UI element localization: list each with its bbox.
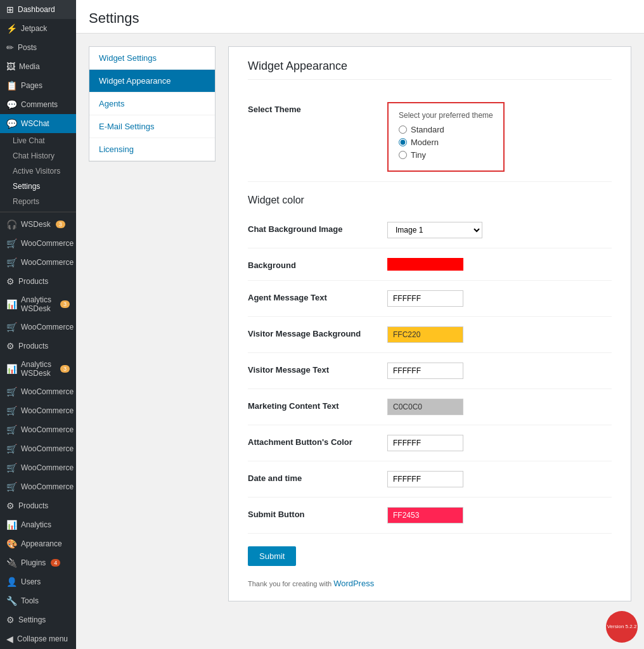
sidebar-item-pages[interactable]: 📋 Pages [0, 76, 76, 95]
sidebar-item-collapse[interactable]: ◀ Collapse menu [0, 629, 76, 648]
submit-button-color-row: Submit Button [248, 498, 612, 534]
date-and-time-input[interactable] [387, 471, 463, 487]
background-row: Background [248, 248, 612, 281]
submit-button[interactable]: Submit [248, 546, 296, 566]
theme-standard-label: Standard [411, 125, 444, 134]
theme-option-modern[interactable]: Modern [399, 138, 493, 147]
sidebar-item-woocommerce-9[interactable]: 🛒 WooCommerce [0, 477, 76, 496]
sidebar-item-woocommerce-8[interactable]: 🛒 WooCommerce [0, 458, 76, 477]
sidebar-item-woocommerce-4[interactable]: 🛒 WooCommerce [0, 382, 76, 401]
reports-label: Reports [13, 197, 39, 206]
sidebar-item-jetpack[interactable]: ⚡ Jetpack [0, 19, 76, 38]
sidebar-item-posts[interactable]: ✏ Posts [0, 38, 76, 57]
submit-button-color-control [387, 507, 612, 524]
sidebar-item-users[interactable]: 👤 Users [0, 572, 76, 591]
sidebar-item-woocommerce-7[interactable]: 🛒 WooCommerce [0, 439, 76, 458]
woocommerce-icon-9: 🛒 [6, 482, 17, 492]
visitor-message-bg-label: Visitor Message Background [248, 326, 375, 338]
sidebar-item-analytics-wsdesk-1[interactable]: 📊 Analytics WSDesk 3 [0, 291, 76, 318]
date-and-time-label: Date and time [248, 471, 375, 483]
sidebar-sub-live-chat[interactable]: Live Chat [0, 133, 76, 148]
sidebar-item-analytics-2[interactable]: 📊 Analytics [0, 515, 76, 534]
widget-appearance-title: Widget Appearance [248, 60, 612, 80]
background-label: Background [248, 258, 375, 270]
woocommerce-icon-8: 🛒 [6, 463, 17, 473]
settings-nav-licensing[interactable]: Licensing [89, 138, 215, 161]
sidebar-item-products-1[interactable]: ⚙ Products [0, 272, 76, 291]
theme-radio-modern[interactable] [399, 138, 407, 146]
settings-layout: Widget Settings Widget Appearance Agents… [76, 34, 644, 614]
sidebar-item-products-3[interactable]: ⚙ Products [0, 496, 76, 515]
visitor-message-text-control [387, 363, 612, 379]
sidebar-item-woocommerce-6[interactable]: 🛒 WooCommerce [0, 420, 76, 439]
sidebar-sub-settings[interactable]: Settings [0, 179, 76, 194]
sidebar-label-woocommerce-5: WooCommerce [21, 406, 74, 415]
sidebar-label-analytics-2: Analytics [21, 520, 51, 529]
analytics-wsdesk-badge-2: 3 [60, 365, 70, 373]
plugins-icon: 🔌 [6, 558, 17, 568]
theme-radio-tiny[interactable] [399, 151, 407, 159]
settings-nav-agents[interactable]: Agents [89, 93, 215, 115]
footer-area: Thank you for creating with WordPress [248, 579, 612, 588]
theme-option-tiny[interactable]: Tiny [399, 150, 493, 160]
attachment-button-color-input[interactable] [387, 435, 463, 451]
sidebar-label-media: Media [19, 62, 40, 71]
theme-subtitle: Select your preferred theme [399, 111, 493, 120]
attachment-button-color-row: Attachment Button's Color [248, 425, 612, 461]
settings-header: Settings [76, 0, 644, 34]
woocommerce-icon-2: 🛒 [6, 257, 17, 267]
sidebar-item-comments[interactable]: 💬 Comments [0, 95, 76, 114]
sidebar-item-woocommerce-5[interactable]: 🛒 WooCommerce [0, 401, 76, 420]
settings-nav-widget-appearance[interactable]: Widget Appearance [89, 70, 215, 93]
sidebar-item-appearance[interactable]: 🎨 Appearance [0, 534, 76, 553]
sidebar-item-plugins[interactable]: 🔌 Plugins 4 [0, 553, 76, 572]
sidebar-label-woocommerce-7: WooCommerce [21, 444, 74, 453]
background-color-swatch[interactable] [387, 258, 463, 271]
sidebar-item-woocommerce-2[interactable]: 🛒 WooCommerce [0, 253, 76, 272]
sidebar-label-collapse: Collapse menu [17, 634, 68, 643]
woocommerce-icon-4: 🛒 [6, 387, 17, 397]
visitor-message-bg-input[interactable] [387, 326, 463, 343]
settings-nav-email-settings[interactable]: E-Mail Settings [89, 115, 215, 138]
agent-message-text-input[interactable] [387, 290, 463, 307]
sidebar-label-users: Users [21, 577, 41, 586]
sidebar-item-woocommerce-1[interactable]: 🛒 WooCommerce [0, 234, 76, 253]
sidebar-item-dashboard[interactable]: ⊞ Dashboard [0, 0, 76, 19]
sidebar-label-tools: Tools [21, 596, 39, 605]
settings-nav: Widget Settings Widget Appearance Agents… [89, 46, 216, 162]
sidebar-item-products-2[interactable]: ⚙ Products [0, 337, 76, 356]
sidebar-item-settings-main[interactable]: ⚙ Settings [0, 610, 76, 629]
sidebar-item-analytics-wsdesk-2[interactable]: 📊 Analytics WSDesk 3 [0, 356, 76, 382]
products-icon-3: ⚙ [6, 501, 15, 511]
sidebar-sub-chat-history[interactable]: Chat History [0, 148, 76, 164]
main-content: Settings Widget Settings Widget Appearan… [76, 0, 644, 649]
theme-field-row: Select Theme Select your preferred theme… [248, 93, 612, 182]
theme-option-standard[interactable]: Standard [399, 125, 493, 134]
sidebar-label-analytics-wsdesk-1: Analytics WSDesk [21, 295, 55, 313]
active-visitors-label: Active Visitors [13, 167, 60, 176]
sidebar-label-products-1: Products [18, 277, 48, 286]
sidebar-item-wsdesk[interactable]: 🎧 WSDesk 3 [0, 215, 76, 234]
footer-wordpress-link[interactable]: WordPress [333, 579, 374, 588]
analytics-wsdesk-icon-1: 📊 [6, 299, 17, 309]
sidebar-item-media[interactable]: 🖼 Media [0, 57, 76, 76]
chat-bg-image-select[interactable]: Image 1 Image 2 Image 3 [387, 222, 482, 238]
marketing-content-text-input[interactable] [387, 399, 463, 415]
wsdesk-icon: 🎧 [6, 219, 17, 229]
sidebar-item-wschat[interactable]: 💬 WSChat [0, 114, 76, 133]
attachment-button-color-label: Attachment Button's Color [248, 435, 375, 447]
sidebar-item-woocommerce-3[interactable]: 🛒 WooCommerce [0, 318, 76, 337]
settings-nav-widget-settings[interactable]: Widget Settings [89, 47, 215, 70]
woocommerce-icon-7: 🛒 [6, 444, 17, 454]
submit-button-color-input[interactable] [387, 507, 463, 524]
users-icon: 👤 [6, 577, 17, 587]
theme-radio-standard[interactable] [399, 125, 407, 134]
sidebar-sub-active-visitors[interactable]: Active Visitors [0, 164, 76, 179]
woocommerce-icon-3: 🛒 [6, 322, 17, 332]
visitor-message-text-input[interactable] [387, 363, 463, 379]
theme-tiny-label: Tiny [411, 150, 426, 160]
sidebar-label-woocommerce-6: WooCommerce [21, 425, 74, 434]
sidebar-sub-reports[interactable]: Reports [0, 194, 76, 209]
sidebar-label-woocommerce-1: WooCommerce [21, 239, 74, 248]
sidebar-item-tools[interactable]: 🔧 Tools [0, 591, 76, 610]
